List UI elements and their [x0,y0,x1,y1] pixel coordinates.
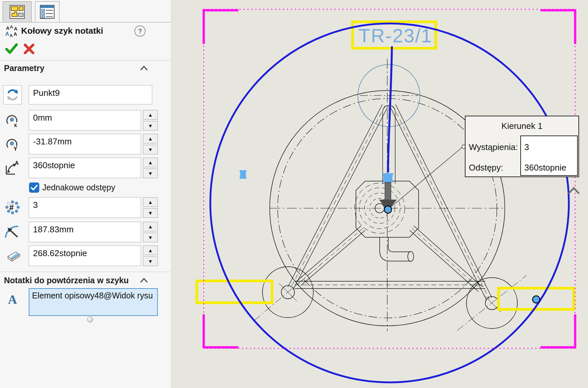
arc-angle-value: 268.62stopnie [33,248,87,258]
graphics-background [171,0,588,388]
radius-icon-cell [3,223,22,241]
svg-text:x: x [14,122,17,128]
check-icon [29,182,39,193]
ok-button[interactable] [5,43,18,55]
arc-angle-spin-down[interactable]: ▼ [143,256,158,266]
radius-value: 187.83mm [33,224,74,234]
rotate-icon [6,89,19,101]
view-label-text[interactable]: TR-23/1 [359,25,432,46]
instance-flag-left[interactable] [239,170,247,179]
total-angle-icon-cell: A [3,159,22,177]
instance-count-value: 3 [33,200,38,210]
tooltip-title: Kierunek 1 [466,121,578,131]
notes-to-pattern-list[interactable]: Element opisowy48@Widok rysu [29,288,158,316]
pattern-point-value: Punkt9 [33,88,60,98]
tooltip-label-instances: Wystąpienia: [469,142,518,152]
x-offset-spin-down[interactable]: ▼ [143,121,158,131]
pattern-center-x-icon: x [5,113,20,128]
tabbar-divider [0,22,171,22]
solidworks-window: { "panel": { "tabs": [ {"name": "layout-… [0,0,588,388]
svg-text:Y: Y [14,146,17,151]
instance-flag-center[interactable] [382,173,394,182]
radius-icon [5,224,20,240]
svg-text:A: A [10,25,13,29]
total-angle-spin-down[interactable]: ▼ [143,169,158,178]
arc-angle-icon-cell [3,247,22,265]
graphics-area[interactable]: TR-23/1 [171,0,588,388]
list-item: Element opisowy48@Widok rysu [32,291,153,300]
help-button[interactable]: ? [134,25,146,37]
note-letter-icon: A [8,292,17,307]
total-angle-spin-up[interactable]: ▲ [143,158,158,167]
collapse-notes-icon[interactable] [140,278,148,283]
x-offset-spin-up[interactable]: ▲ [143,110,158,120]
y-offset-value: -31.87mm [33,136,72,146]
radius-spin-up[interactable]: ▲ [143,222,158,231]
yellow-blocks-icon [10,5,25,19]
svg-text:#: # [9,203,14,212]
x-offset-icon-cell: x [3,111,22,130]
tooltip-value-spacing: 360stopnie [524,163,566,173]
listbox-resize-handle[interactable] [87,317,93,323]
svg-text:A: A [5,31,9,37]
instance-count-spin-down[interactable]: ▼ [143,208,158,218]
pattern-center-point[interactable] [384,206,392,213]
pattern-point-field[interactable]: Punkt9 [29,85,152,104]
section-header-notes: Notatki do powtórzenia w szyku [4,276,129,285]
note-pattern-icon: A A A A A A [5,25,19,38]
svg-text:A: A [14,31,17,37]
pattern-center-y-icon: Y [5,137,20,151]
y-offset-icon-cell: Y [3,135,22,153]
y-offset-field[interactable]: -31.87mm [29,134,141,154]
divider [0,60,171,60]
radius-field[interactable]: 187.83mm [29,222,141,242]
total-angle-field[interactable]: 360stopnie [29,158,141,178]
section-header-parametry: Parametry [4,63,44,73]
instance-count-icon-cell: # [3,198,22,217]
collapse-parametry-icon[interactable] [140,65,148,71]
instance-count-spin-up[interactable]: ▲ [143,197,158,207]
instance-count-field[interactable]: 3 [29,197,141,218]
tooltip-value-instances: 3 [524,142,529,152]
svg-text:A: A [14,26,17,31]
radius-spin-down[interactable]: ▼ [143,233,158,242]
equal-spacing-label: Jednakowe odstępy [42,183,115,192]
arc-angle-field[interactable]: 268.62stopnie [29,246,141,266]
page-title: Kołowy szyk notatki [21,26,103,36]
cancel-button[interactable] [24,44,34,54]
pattern-axis-button[interactable] [3,85,22,104]
property-manager-panel: A A A A A A Kołowy szyk notatki ? Parame… [0,0,171,388]
spacing-angle-icon: A [5,160,20,175]
y-offset-spin-up[interactable]: ▲ [143,134,158,143]
x-offset-field[interactable]: 0mm [29,110,141,131]
blue-form-icon [40,5,54,19]
tooltip-label-spacing: Odstępy: [469,163,503,173]
direction-tooltip: Kierunek 1 Wystąpienia: 3 Odstępy: 360st… [465,116,579,177]
tab-layout[interactable] [3,1,32,22]
help-label: ? [138,27,142,35]
equal-spacing-checkbox[interactable] [29,182,39,193]
tab-form[interactable] [35,1,59,22]
total-angle-value: 360stopnie [33,160,75,170]
y-offset-spin-down[interactable]: ▼ [143,145,158,154]
x-offset-value: 0mm [33,113,52,123]
arc-angle-spin-up[interactable]: ▲ [143,246,158,255]
svg-text:A: A [6,25,10,31]
instance-count-icon: # [5,200,20,215]
pattern-instance-point[interactable] [533,296,540,303]
svg-text:A: A [15,160,19,166]
divider [0,272,171,272]
arc-angle-icon [5,249,20,262]
svg-text:A: A [10,33,13,38]
